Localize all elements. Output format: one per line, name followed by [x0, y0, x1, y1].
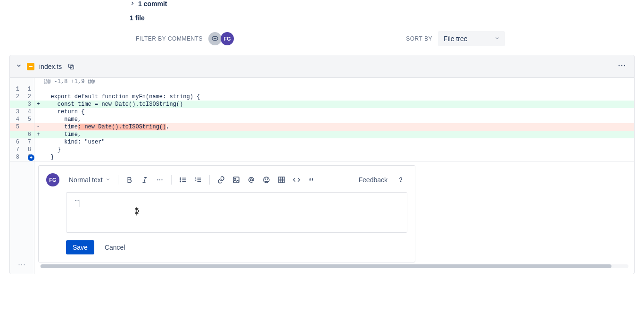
- pointer-cursor-icon: [132, 206, 141, 218]
- filter-all-comments[interactable]: [208, 32, 222, 45]
- diff-line[interactable]: 89 }+: [10, 153, 634, 161]
- cancel-button[interactable]: Cancel: [98, 240, 132, 254]
- code-content: export default function myFn(name: strin…: [42, 93, 634, 101]
- old-line-number: 8: [10, 153, 22, 161]
- feedback-link[interactable]: Feedback: [359, 176, 388, 184]
- new-line-number: 4: [22, 108, 34, 116]
- chevron-down-icon: [106, 177, 110, 183]
- svg-line-7: [144, 177, 145, 183]
- svg-point-29: [267, 179, 267, 179]
- code-content: }: [42, 146, 634, 153]
- more-dots-icon: ···: [18, 261, 25, 269]
- svg-point-6: [624, 65, 626, 67]
- horizontal-scrollbar[interactable]: [40, 264, 628, 268]
- diff-line[interactable]: 22 export default function myFn(name: st…: [10, 93, 634, 101]
- diff-line[interactable]: 11: [10, 85, 634, 93]
- diff-marker: [34, 153, 42, 161]
- hunk-header: @@ -1,8 +1,9 @@: [42, 78, 634, 85]
- svg-point-37: [135, 209, 139, 213]
- numbered-list-button[interactable]: 12: [191, 173, 205, 186]
- svg-point-11: [159, 179, 160, 180]
- new-line-number: 3: [22, 101, 34, 108]
- old-line-number: [10, 101, 22, 108]
- new-line-number: 5: [22, 116, 34, 123]
- old-line-number: 4: [10, 116, 22, 123]
- file-count: 1 file: [130, 14, 644, 22]
- comment-textarea[interactable]: ``: [66, 192, 407, 233]
- table-button[interactable]: [275, 173, 288, 186]
- new-line-number: 6: [22, 131, 34, 138]
- file-more-button[interactable]: [615, 59, 628, 74]
- diff-marker: [34, 138, 42, 146]
- help-button[interactable]: [394, 173, 407, 186]
- copy-path-button[interactable]: [66, 62, 76, 71]
- more-format-button[interactable]: [153, 173, 166, 186]
- svg-point-4: [619, 65, 620, 67]
- add-comment-button[interactable]: +: [28, 154, 34, 161]
- svg-point-14: [180, 179, 181, 180]
- diff-marker: [34, 108, 42, 116]
- svg-point-10: [157, 179, 158, 180]
- old-line-number: 2: [10, 93, 22, 101]
- old-line-number: [10, 131, 22, 138]
- save-button[interactable]: Save: [66, 240, 94, 254]
- diff-gutter-more[interactable]: ···: [10, 161, 34, 274]
- diff-line[interactable]: 6+ time,: [10, 131, 634, 138]
- code-button[interactable]: [290, 173, 303, 186]
- chevron-right-icon: [130, 0, 135, 8]
- comment-author-avatar: FG: [46, 173, 59, 186]
- code-content: return {: [42, 108, 634, 116]
- svg-rect-30: [279, 177, 284, 183]
- diff-marker: [34, 146, 42, 153]
- svg-point-13: [180, 178, 181, 179]
- diff-file: index.ts @@ -1,8 +1,9 @@ 1122 export def…: [9, 55, 635, 274]
- new-line-number: 7: [22, 138, 34, 146]
- diff-marker: -: [34, 123, 42, 131]
- chevron-down-icon: [495, 35, 500, 42]
- diff-line[interactable]: 34 return {: [10, 108, 634, 116]
- code-content: [42, 85, 634, 93]
- old-line-number: 3: [10, 108, 22, 116]
- filter-label: FILTER BY COMMENTS: [136, 35, 203, 42]
- diff-line[interactable]: 78 }: [10, 146, 634, 153]
- commit-count: 1 commit: [138, 0, 167, 8]
- comment-editor-box: FG Normal text: [38, 165, 415, 262]
- image-button[interactable]: [230, 173, 243, 186]
- code-content: time: new Date().toISOString(),: [42, 123, 634, 131]
- emoji-button[interactable]: [260, 173, 273, 186]
- sort-selected: File tree: [444, 35, 468, 42]
- filename: index.ts: [39, 63, 62, 70]
- diff-line[interactable]: 3+ const time = new Date().toISOString(): [10, 101, 634, 108]
- diff-marker: +: [34, 131, 42, 138]
- collapse-file-button[interactable]: [16, 62, 22, 70]
- code-content: }: [42, 153, 634, 161]
- diff-line[interactable]: 45 name,: [10, 116, 634, 123]
- svg-point-15: [180, 181, 181, 182]
- old-line-number: 7: [10, 146, 22, 153]
- old-line-number: 1: [10, 85, 22, 93]
- bold-button[interactable]: [123, 173, 136, 186]
- bullet-list-button[interactable]: [176, 173, 190, 186]
- old-line-number: 6: [10, 138, 22, 146]
- filter-avatars: FG: [208, 32, 234, 45]
- sort-select[interactable]: File tree: [438, 31, 505, 46]
- svg-rect-24: [233, 177, 239, 183]
- commit-summary-toggle[interactable]: 1 commit: [130, 0, 644, 8]
- svg-point-5: [621, 65, 623, 67]
- new-line-number: 8: [22, 146, 34, 153]
- sort-label: SORT BY: [406, 35, 432, 42]
- mention-button[interactable]: [245, 173, 258, 186]
- old-line-number: 5: [10, 123, 22, 131]
- link-button[interactable]: [215, 173, 228, 186]
- quote-button[interactable]: [305, 173, 318, 186]
- diff-line[interactable]: 67 kind: "user": [10, 138, 634, 146]
- italic-button[interactable]: [138, 173, 151, 186]
- new-line-number: 2: [22, 93, 34, 101]
- filter-user-avatar[interactable]: FG: [221, 32, 234, 45]
- code-content: const time = new Date().toISOString(): [42, 101, 634, 108]
- text-caret: [80, 200, 80, 207]
- diff-marker: +: [34, 101, 42, 108]
- text-style-select[interactable]: Normal text: [66, 174, 113, 186]
- new-line-number: [22, 123, 34, 131]
- diff-line[interactable]: 5- time: new Date().toISOString(),: [10, 123, 634, 131]
